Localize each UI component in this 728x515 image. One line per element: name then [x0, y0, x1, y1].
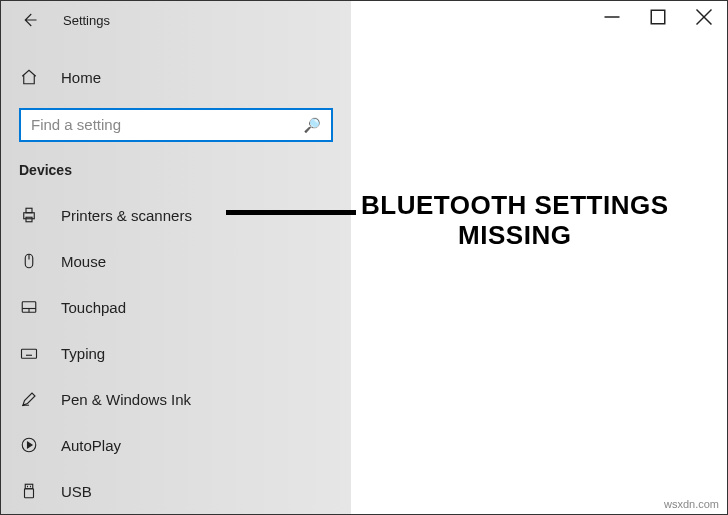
maximize-button[interactable] [635, 1, 681, 33]
main-area [351, 1, 727, 514]
svg-rect-20 [651, 10, 665, 24]
close-button[interactable] [681, 1, 727, 33]
nav-label: Typing [61, 345, 105, 362]
svg-rect-1 [26, 208, 32, 213]
pen-icon [19, 389, 39, 409]
sidebar-item-touchpad[interactable]: Touchpad [1, 284, 351, 330]
nav-label: Printers & scanners [61, 207, 192, 224]
sidebar-item-autoplay[interactable]: AutoPlay [1, 422, 351, 468]
sidebar-item-usb[interactable]: USB [1, 468, 351, 514]
back-icon[interactable] [19, 10, 39, 30]
keyboard-icon [19, 343, 39, 363]
annotation-text: BLUETOOTH SETTINGS MISSING [361, 191, 669, 251]
sidebar-item-printers-scanners[interactable]: Printers & scanners [1, 192, 351, 238]
settings-window: Settings Home 🔍 Devices Printers & scann… [1, 1, 727, 514]
minimize-button[interactable] [589, 1, 635, 33]
watermark: wsxdn.com [664, 498, 719, 510]
nav-label: Pen & Windows Ink [61, 391, 191, 408]
annotation-arrow [226, 210, 356, 215]
touchpad-icon [19, 297, 39, 317]
sidebar: Settings Home 🔍 Devices Printers & scann… [1, 1, 351, 514]
nav-label: USB [61, 483, 92, 500]
annotation-line2: MISSING [361, 221, 669, 251]
nav-label: Touchpad [61, 299, 126, 316]
window-title: Settings [63, 13, 110, 28]
sidebar-item-typing[interactable]: Typing [1, 330, 351, 376]
printer-icon [19, 205, 39, 225]
svg-rect-8 [22, 349, 37, 358]
mouse-icon [19, 251, 39, 271]
usb-icon [19, 481, 39, 501]
home-label: Home [61, 69, 101, 86]
sidebar-item-mouse[interactable]: Mouse [1, 238, 351, 284]
search-input[interactable] [31, 116, 292, 133]
svg-rect-16 [25, 489, 34, 498]
svg-rect-0 [24, 213, 35, 219]
nav-label: AutoPlay [61, 437, 121, 454]
sidebar-header: Settings [1, 1, 351, 39]
sidebar-item-pen-windows-ink[interactable]: Pen & Windows Ink [1, 376, 351, 422]
svg-rect-2 [26, 217, 32, 222]
search-icon: 🔍 [304, 117, 321, 133]
sidebar-item-home[interactable]: Home [1, 57, 351, 97]
autoplay-icon [19, 435, 39, 455]
annotation-line1: BLUETOOTH SETTINGS [361, 191, 669, 221]
svg-rect-15 [25, 484, 33, 489]
home-icon [19, 67, 39, 87]
search-box[interactable]: 🔍 [19, 108, 333, 143]
window-controls [589, 1, 727, 33]
section-header-devices: Devices [1, 156, 351, 192]
nav-label: Mouse [61, 253, 106, 270]
